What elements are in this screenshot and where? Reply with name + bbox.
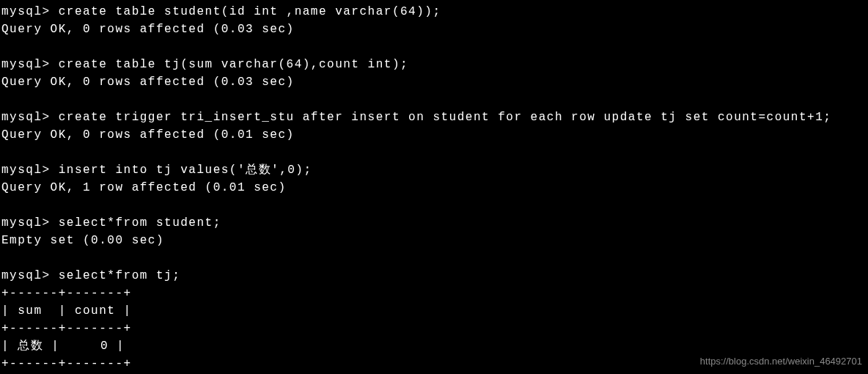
blank-line [1,91,867,109]
result-line: Query OK, 1 row affected (0.01 sec) [1,179,867,197]
blank-line [1,249,867,267]
prompt-line: mysql> insert into tj values('总数',0); [1,161,867,179]
prompt-line: mysql> create table tj(sum varchar(64),c… [1,56,867,73]
result-line: Query OK, 0 rows affected (0.01 sec) [1,126,867,144]
blank-line [1,38,867,56]
prompt-line: mysql> select*from student; [1,214,867,232]
prompt-line: mysql> create table student(id int ,name… [1,3,867,21]
blank-line [1,197,867,214]
table-row: | 总数 | 0 | [1,337,867,355]
table-border: +------+-------+ [1,320,867,337]
terminal-output[interactable]: mysql> create table student(id int ,name… [1,3,867,374]
result-line: Empty set (0.00 sec) [1,232,867,249]
blank-line [1,144,867,161]
result-line: Query OK, 0 rows affected (0.03 sec) [1,73,867,91]
result-line: Query OK, 0 rows affected (0.03 sec) [1,21,867,38]
table-border: +------+-------+ [1,285,867,302]
prompt-line: mysql> select*from tj; [1,267,867,285]
table-header: | sum | count | [1,302,867,320]
watermark-text: https://blog.csdn.net/weixin_46492701 [700,354,862,369]
prompt-line: mysql> create trigger tri_insert_stu aft… [1,109,867,126]
